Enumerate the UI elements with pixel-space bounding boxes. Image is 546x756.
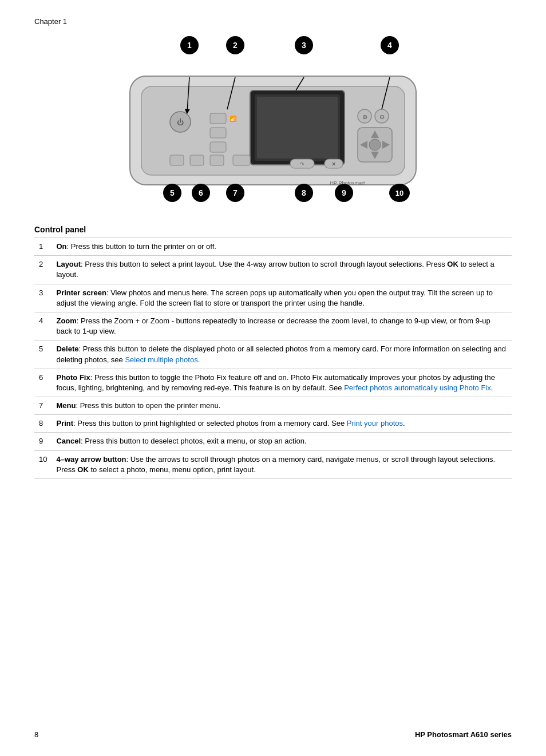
row-content: Delete: Press this button to delete the … — [52, 341, 512, 369]
svg-rect-29 — [233, 155, 250, 165]
svg-rect-26 — [170, 155, 184, 165]
svg-text:✕: ✕ — [331, 161, 336, 167]
callout-4: 4 — [381, 36, 399, 54]
callout-2: 2 — [226, 36, 244, 54]
link-select-multiple[interactable]: Select multiple photos — [125, 355, 197, 364]
row-content: 4–way arrow button: Use the arrows to sc… — [52, 450, 512, 478]
row-content: Cancel: Press this button to deselect ph… — [52, 433, 512, 450]
callout-5: 5 — [163, 184, 181, 202]
callout-7: 7 — [226, 184, 244, 202]
svg-text:⊖: ⊖ — [379, 113, 385, 120]
callout-10: 10 — [389, 184, 410, 202]
link-photo-fix[interactable]: Perfect photos automatically using Photo… — [344, 383, 491, 392]
svg-rect-6 — [210, 142, 226, 152]
row-content: Photo Fix: Press this button to toggle t… — [52, 369, 512, 397]
svg-text:📶: 📶 — [230, 115, 237, 122]
row-content: Zoom: Press the Zoom + or Zoom - buttons… — [52, 312, 512, 340]
table-row: 8 Print: Press this button to print high… — [34, 415, 512, 433]
svg-rect-27 — [190, 155, 204, 165]
row-number: 4 — [34, 312, 52, 340]
table-row: 9 Cancel: Press this button to deselect … — [34, 433, 512, 450]
row-number: 7 — [34, 397, 52, 415]
row-content: Printer screen: View photos and menus he… — [52, 284, 512, 312]
svg-rect-10 — [257, 97, 338, 159]
table-row: 7 Menu: Press this button to open the pr… — [34, 397, 512, 415]
row-number: 9 — [34, 433, 52, 450]
table-row: 10 4–way arrow button: Use the arrows to… — [34, 450, 512, 478]
table-row: 2 Layout: Press this button to select a … — [34, 256, 512, 284]
svg-rect-28 — [210, 155, 224, 165]
row-number: 3 — [34, 284, 52, 312]
callout-3: 3 — [295, 36, 313, 54]
table-row: 6 Photo Fix: Press this button to toggle… — [34, 369, 512, 397]
callout-1: 1 — [180, 36, 199, 54]
svg-text:⊕: ⊕ — [362, 113, 367, 120]
row-content: Layout: Press this button to select a pr… — [52, 256, 512, 284]
svg-point-20 — [369, 139, 381, 151]
row-content: On: Press this button to turn the printe… — [52, 238, 512, 256]
chapter-label: Chapter 1 — [34, 17, 512, 26]
row-number: 10 — [34, 450, 52, 478]
link-print-photos[interactable]: Print your photos — [347, 419, 403, 428]
page-footer: 8 HP Photosmart A610 series — [34, 730, 512, 739]
footer-product-name: HP Photosmart A610 series — [415, 730, 512, 739]
row-number: 5 — [34, 341, 52, 369]
table-row: 5 Delete: Press this button to delete th… — [34, 341, 512, 369]
row-number: 1 — [34, 238, 52, 256]
row-number: 2 — [34, 256, 52, 284]
svg-text:⏻: ⏻ — [177, 118, 184, 126]
svg-rect-5 — [210, 128, 226, 138]
table-row: 3 Printer screen: View photos and menus … — [34, 284, 512, 312]
svg-rect-4 — [210, 113, 226, 124]
svg-text:↷: ↷ — [300, 161, 304, 167]
row-content: Print: Press this button to print highli… — [52, 415, 512, 433]
row-number: 6 — [34, 369, 52, 397]
table-row: 1 On: Press this button to turn the prin… — [34, 238, 512, 256]
table-row: 4 Zoom: Press the Zoom + or Zoom - butto… — [34, 312, 512, 340]
section-title: Control panel — [34, 225, 86, 234]
callout-6: 6 — [192, 184, 210, 202]
footer-page-number: 8 — [34, 730, 38, 739]
control-panel-table: 1 On: Press this button to turn the prin… — [34, 238, 512, 479]
row-content: Menu: Press this button to open the prin… — [52, 397, 512, 415]
callout-8: 8 — [295, 184, 313, 202]
callout-9: 9 — [335, 184, 353, 202]
printer-diagram: 1 2 3 4 ⏻ 📶 ⊕ ⊖ — [96, 36, 450, 213]
row-number: 8 — [34, 415, 52, 433]
